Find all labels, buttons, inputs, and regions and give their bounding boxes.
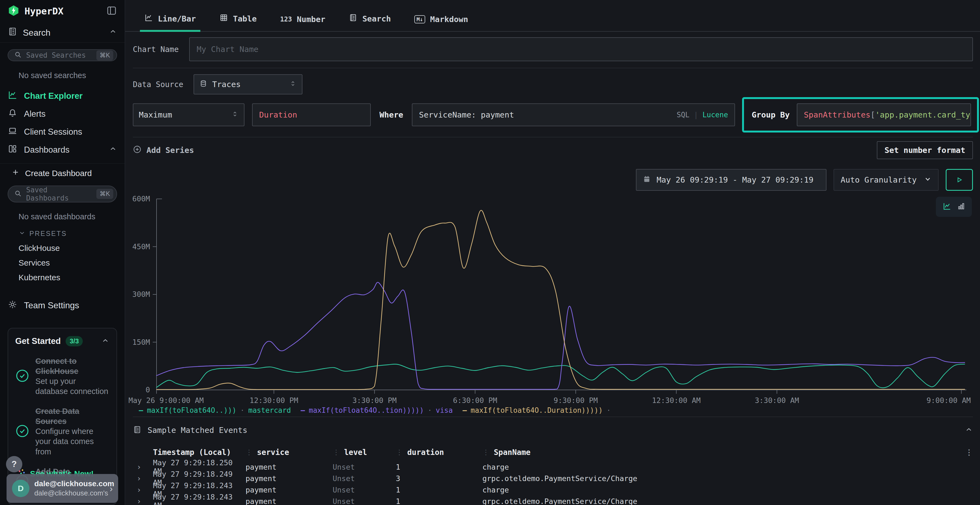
group-by-token: SpanAttributes	[804, 110, 870, 119]
sidebar-item-alerts[interactable]: Alerts	[8, 105, 117, 123]
chevron-up-icon[interactable]	[101, 337, 110, 346]
column-resize-icon[interactable]: ⋮	[332, 448, 340, 456]
column-header[interactable]: ⋮service	[245, 448, 332, 457]
sql-mode-toggle[interactable]: SQL	[677, 111, 690, 119]
tab-label: Number	[297, 15, 325, 24]
date-range-picker[interactable]: May 26 09:29:19 - May 27 09:29:19	[636, 169, 826, 191]
sidebar-item-chart-explorer[interactable]: Chart Explorer	[8, 87, 117, 105]
column-resize-icon[interactable]: ⋮	[396, 448, 403, 456]
set-number-format-button[interactable]: Set number format	[877, 141, 973, 159]
sidebar-item-team-settings[interactable]: Team Settings	[8, 300, 117, 311]
column-header[interactable]: ⋮duration	[396, 448, 482, 457]
user-email: dale@clickhouse.com	[34, 480, 105, 488]
sidebar-collapse-icon[interactable]	[106, 5, 117, 17]
tab-line-bar[interactable]: Line/Bar	[144, 13, 196, 31]
table-row[interactable]: ›May 27 9:29:18.249 AMpaymentUnset3grpc.…	[133, 470, 973, 481]
hyperdx-logo-icon	[8, 5, 20, 18]
tab-label: Search	[362, 14, 391, 24]
row-expand-icon[interactable]: ›	[133, 497, 153, 505]
tab-table[interactable]: Table	[220, 13, 257, 31]
tab-search[interactable]: Search	[349, 13, 391, 31]
tab-label: Table	[233, 14, 257, 24]
search-section-label: Search	[23, 28, 50, 38]
create-dashboard-button[interactable]: Create Dashboard	[8, 168, 117, 178]
preset-services[interactable]: Services	[19, 258, 117, 267]
where-input[interactable]: ServiceName: payment SQL | Lucene	[412, 103, 735, 126]
legend-entry[interactable]: —maxIf(toFloat64O..)))·mastercard	[139, 406, 291, 414]
aggregation-select[interactable]: Maximum	[133, 103, 245, 126]
sidebar-item-client-sessions[interactable]: Client Sessions	[8, 123, 117, 141]
row-expand-icon[interactable]: ›	[133, 474, 153, 483]
chevron-down-icon	[19, 229, 25, 238]
group-by-input[interactable]: SpanAttributes['app.payment.card_type']	[797, 103, 971, 126]
chart-display-toggle[interactable]	[936, 197, 972, 217]
get-started-item[interactable]: Connect to ClickHouse Set up your databa…	[15, 356, 110, 397]
add-series-button[interactable]: Add Series	[133, 145, 194, 156]
column-resize-icon[interactable]: ⋮	[245, 448, 253, 456]
run-query-button[interactable]	[946, 169, 973, 191]
get-started-item[interactable]: Create Data Sources Configure where your…	[15, 406, 110, 457]
saved-dashboards-input[interactable]: Saved Dashboards ⌘K	[8, 186, 117, 202]
table-row[interactable]: ›May 27 9:29:18.243 AMpaymentUnset1charg…	[133, 481, 973, 493]
row-expand-icon[interactable]: ›	[133, 462, 153, 472]
legend-part: —	[301, 406, 305, 414]
user-menu[interactable]: D dale@clickhouse.com dale@clickhouse.co…	[6, 474, 118, 503]
preset-clickhouse[interactable]: ClickHouse	[19, 243, 117, 253]
help-button[interactable]: ?	[6, 456, 22, 472]
group-by-value: SpanAttributes['app.payment.card_type']	[804, 110, 971, 119]
table-row[interactable]: ›May 27 9:29:18.243 AMpaymentUnset1grpc.…	[133, 493, 973, 504]
avatar: D	[12, 480, 29, 497]
column-resize-icon[interactable]: ⋮	[482, 448, 490, 456]
column-label: duration	[407, 448, 444, 457]
markdown-icon: M↓	[414, 15, 425, 24]
table-cell: 1	[396, 463, 482, 471]
tab-label: Markdown	[430, 15, 468, 24]
bar-chart-icon[interactable]	[957, 202, 965, 211]
document-list-icon	[133, 425, 142, 435]
divider	[133, 416, 973, 417]
data-source-label: Data Source	[133, 80, 183, 89]
sidebar-item-dashboards[interactable]: Dashboards	[8, 141, 117, 159]
legend-part: maxIf(toFloat64O..)))	[147, 406, 237, 414]
column-label: service	[257, 448, 289, 457]
date-range-value: May 26 09:29:19 - May 27 09:29:19	[657, 175, 813, 184]
tab-number[interactable]: 123 Number	[280, 15, 325, 31]
saved-searches-input[interactable]: Saved Searches ⌘K	[8, 49, 117, 61]
chart-name-input[interactable]: My Chart Name	[189, 37, 973, 61]
sidebar-section-search[interactable]: Search	[8, 26, 117, 39]
chevron-up-icon	[109, 145, 117, 155]
column-header[interactable]: ⋮level	[332, 448, 396, 457]
legend-part: ·	[606, 406, 611, 414]
where-label: Where	[379, 110, 403, 119]
presets-toggle[interactable]: PRESETS	[19, 229, 117, 238]
data-source-value: Traces	[212, 80, 241, 89]
granularity-select[interactable]: Auto Granularity	[834, 169, 939, 191]
table-cell: May 27 9:29:18.243 AM	[153, 493, 245, 505]
group-by-annotation-frame: Group By SpanAttributes['app.payment.car…	[742, 97, 979, 132]
line-chart-icon[interactable]	[942, 202, 952, 212]
table-options-icon[interactable]: ⋮	[962, 448, 973, 457]
lucene-mode-toggle[interactable]: Lucene	[702, 111, 728, 119]
divider	[133, 68, 973, 68]
column-header[interactable]: ⋮SpanName	[482, 448, 962, 457]
legend-entry[interactable]: —maxIf(toFloat64O..tion)))))·visa	[301, 406, 453, 414]
row-expand-icon[interactable]: ›	[133, 485, 153, 494]
dashboards-icon	[8, 144, 18, 156]
field-input[interactable]: Duration	[252, 103, 371, 126]
app-root: HyperDX Search Saved Searches ⌘K No save…	[0, 0, 980, 505]
column-header[interactable]: Timestamp (Local)	[153, 448, 245, 457]
table-cell: Unset	[332, 497, 396, 505]
y-tick-label: 600M	[132, 195, 150, 203]
data-source-select[interactable]: Traces	[194, 74, 302, 94]
x-tick-label: 3:30:00 PM	[352, 396, 397, 405]
tab-markdown[interactable]: M↓ Markdown	[414, 15, 468, 31]
data-source-row: Data Source Traces	[125, 74, 980, 94]
calendar-icon	[643, 175, 651, 185]
legend-part: maxIf(toFloat64O..tion)))))	[309, 406, 424, 414]
legend-entry[interactable]: —maxIf(toFloat64O..Duration)))))·	[463, 406, 615, 414]
chart-area: 0150M300M450M600MMay 26 9:00:00 AM12:30:…	[125, 195, 980, 414]
table-row[interactable]: ›May 27 9:29:18.250 AMpaymentUnset1charg…	[133, 459, 973, 470]
preset-kubernetes[interactable]: Kubernetes	[19, 273, 117, 282]
collapse-panel-icon[interactable]	[965, 426, 973, 435]
chart-svg[interactable]: 0150M300M450M600MMay 26 9:00:00 AM12:30:…	[128, 195, 972, 406]
